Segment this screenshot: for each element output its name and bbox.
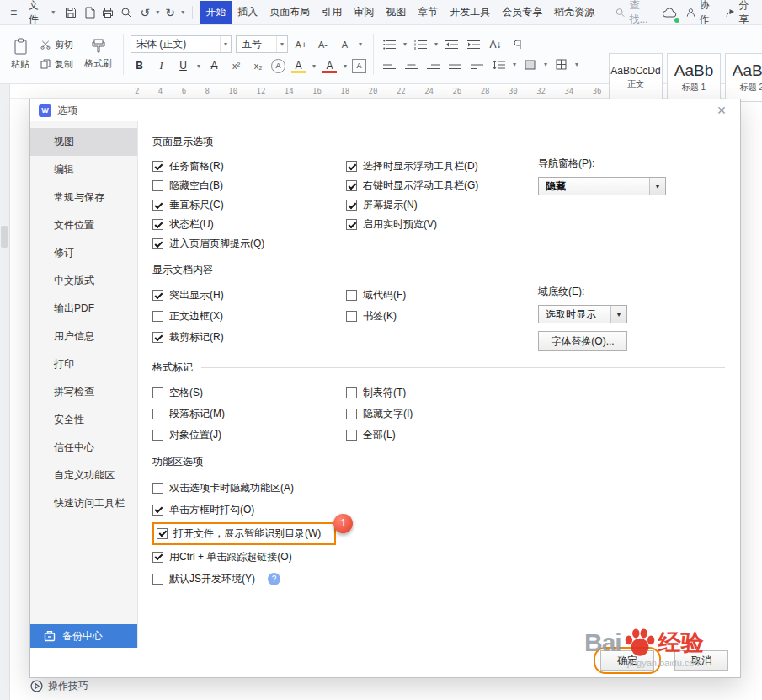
backup-center-button[interactable]: 备份中心 [30,624,137,648]
underline-dropdown-icon[interactable]: ▾ [197,62,200,70]
checkbox-box[interactable] [346,219,357,230]
dropdown-arrow-icon[interactable]: ▼ [610,306,626,323]
checkbox-double-click-hide-ribbon[interactable]: 双击选项卡时隐藏功能区(A) [152,477,725,499]
sidebar-item-trust-center[interactable]: 信任中心 [30,434,137,462]
font-size-select[interactable]: 五号 ▾ [236,35,288,53]
bullet-list-icon[interactable] [381,37,398,52]
style-normal[interactable]: AaBbCcDd 正文 [609,53,663,102]
copy-button[interactable]: 复制 [40,58,73,71]
line-spacing-icon[interactable] [490,57,508,72]
help-icon[interactable]: ? [268,573,280,585]
chevron-down-icon[interactable]: ▾ [276,36,287,52]
save-icon[interactable] [62,3,79,22]
nav-pane-toggle[interactable] [1,226,8,248]
underline-button[interactable]: U [174,58,192,73]
sidebar-item-general-save[interactable]: 常规与保存 [30,184,137,211]
sidebar-item-chinese-layout[interactable]: 中文版式 [30,267,137,295]
checkbox-hidden-text[interactable]: 隐藏文字(I) [346,403,538,425]
italic-button[interactable]: I [152,58,170,73]
tab-view[interactable]: 视图 [380,1,412,24]
checkbox-box[interactable] [157,528,168,539]
tab-dev-tools[interactable]: 开发工具 [444,1,496,24]
nav-pane-select[interactable]: 隐藏 ▼ [538,177,666,195]
checkbox-box[interactable] [152,311,163,322]
tab-references[interactable]: 引用 [316,1,348,24]
checkbox-box[interactable] [346,409,357,419]
checkbox-box[interactable] [152,574,163,585]
sort-icon[interactable]: A↓ [487,37,504,52]
checkbox-screen-tips[interactable]: 屏幕提示(N) [346,195,538,215]
chevron-down-icon[interactable]: ▾ [434,40,438,48]
decrease-indent-icon[interactable] [443,37,461,52]
format-painter-button[interactable]: 格式刷 [80,37,116,72]
paste-button[interactable]: 粘贴 [7,36,34,72]
checkbox-box[interactable] [346,200,357,211]
cut-button[interactable]: 剪切 [40,39,73,51]
subscript-button[interactable]: x₂ [249,58,267,73]
checkbox-paragraph-marks[interactable]: 段落标记(M) [152,403,346,425]
hamburger-menu-icon[interactable]: ≡ [5,3,22,22]
character-border-button[interactable]: A [352,59,366,73]
decrease-font-button[interactable]: A- [314,37,332,52]
checkbox-spaces[interactable]: 空格(S) [152,382,346,403]
tab-member[interactable]: 会员专享 [496,1,548,24]
checkbox-box[interactable] [152,161,163,172]
print-icon[interactable] [99,3,116,22]
sidebar-item-file-locations[interactable]: 文件位置 [30,211,137,239]
collaborate-button[interactable]: 协作 [686,0,717,27]
align-left-icon[interactable] [381,57,398,72]
field-shading-select[interactable]: 选取时显示 ▼ [538,305,627,323]
chevron-down-icon[interactable]: ▾ [359,40,362,48]
chevron-down-icon[interactable]: ▾ [544,61,547,68]
checkbox-box[interactable] [346,430,357,441]
checkbox-object-position[interactable]: 对象位置(J) [152,425,346,446]
redo-icon[interactable]: ↻ [162,3,179,22]
highlight-color-button[interactable]: A [290,58,307,73]
tab-home[interactable]: 开始 [200,1,232,24]
undo-dropdown-icon[interactable]: ▾ [156,8,159,16]
sidebar-item-print[interactable]: 打印 [30,350,137,378]
tab-insert[interactable]: 插入 [232,1,264,24]
chevron-down-icon[interactable]: ▾ [220,36,231,52]
style-heading-2[interactable]: AaBb 标题 2 [725,53,762,102]
distribute-icon[interactable] [468,57,486,72]
checkbox-box[interactable] [346,161,357,172]
checkbox-ctrl-click-hyperlink[interactable]: 用Ctrl + 单击跟踪超链接(O) [152,546,725,568]
sidebar-item-quick-access-toolbar[interactable]: 快速访问工具栏 [30,489,137,517]
chevron-down-icon[interactable]: ▾ [403,40,407,48]
increase-indent-icon[interactable] [465,37,482,52]
print-preview-icon[interactable] [118,3,135,22]
sidebar-item-spellcheck[interactable]: 拼写检查 [30,378,137,406]
align-center-icon[interactable] [402,57,420,72]
checkbox-box[interactable] [152,409,163,419]
checkbox-default-js-env[interactable]: 默认JS开发环境(Y) ? [152,568,725,590]
tab-section[interactable]: 章节 [412,1,444,24]
checkbox-status-bar[interactable]: 状态栏(U) [152,215,346,234]
superscript-button[interactable]: x² [227,58,245,73]
tab-page-layout[interactable]: 页面布局 [264,1,316,24]
checkbox-crop-marks[interactable]: 裁剪标记(R) [152,327,346,348]
tab-docer-resources[interactable]: 稻壳资源 [548,1,600,24]
increase-font-button[interactable]: A+ [292,37,310,52]
strikethrough-button[interactable]: A [205,58,223,73]
export-pdf-icon[interactable] [81,3,98,22]
checkbox-all-marks[interactable]: 全部(L) [346,425,538,446]
show-marks-icon[interactable] [509,37,526,52]
sidebar-item-customize-ribbon[interactable]: 自定义功能区 [30,462,137,489]
sidebar-item-revisions[interactable]: 修订 [30,239,137,267]
checkbox-bookmarks[interactable]: 书签(K) [346,306,538,327]
dropdown-arrow-icon[interactable]: ▼ [649,178,665,195]
sidebar-item-security[interactable]: 安全性 [30,406,137,434]
chevron-down-icon[interactable]: ▾ [513,61,516,68]
redo-dropdown-icon[interactable]: ▾ [181,8,184,16]
sidebar-item-user-info[interactable]: 用户信息 [30,323,137,350]
close-icon[interactable]: × [711,100,732,120]
checkbox-vertical-ruler[interactable]: 垂直标尺(C) [152,195,346,215]
checkbox-floating-toolbar-on-select[interactable]: 选择时显示浮动工具栏(D) [346,157,538,176]
cloud-sync-icon[interactable] [661,3,678,22]
checkbox-tab-characters[interactable]: 制表符(T) [346,382,538,403]
style-heading-1[interactable]: AaBb 标题 1 [667,53,721,102]
checkbox-live-preview[interactable]: 启用实时预览(V) [346,215,538,234]
chevron-down-icon[interactable]: ▾ [575,61,578,68]
sidebar-item-output-pdf[interactable]: 输出PDF [30,295,137,323]
